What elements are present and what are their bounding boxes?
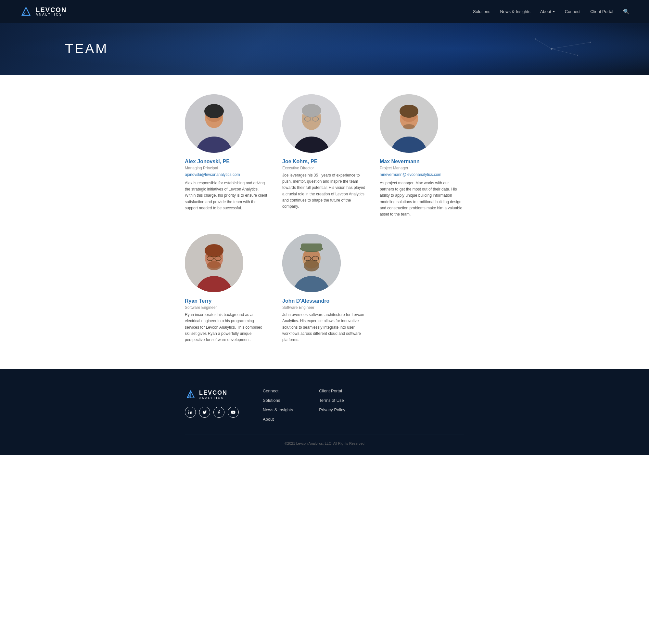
footer-link-about[interactable]: About <box>263 417 293 421</box>
member-email-alex[interactable]: ajonovski@levconanalytics.com <box>185 172 269 177</box>
logo[interactable]: LEVCON ANALYTICS <box>19 5 67 18</box>
search-button[interactable]: 🔍 <box>623 8 630 15</box>
social-icons <box>185 407 239 418</box>
main-nav: Solutions News & Insights About Connect … <box>473 8 630 15</box>
svg-point-28 <box>207 261 221 270</box>
copyright: ©2021 Levcon Analytics, LLC, All Rights … <box>185 441 464 445</box>
footer: LEVCON ANALYTICS <box>0 369 649 455</box>
logo-text: LEVCON ANALYTICS <box>36 6 67 16</box>
team-member-max: Max Nevermann Project Manager mnevermann… <box>380 94 464 217</box>
team-grid-bottom: Ryan Terry Software Engineer Ryan incorp… <box>185 234 464 343</box>
member-title-joe: Executive Director <box>282 166 367 170</box>
member-bio-john: John oversees software architecture for … <box>282 312 367 343</box>
avatar-ryan <box>185 234 243 292</box>
svg-point-22 <box>403 124 415 129</box>
avatar-max <box>380 94 438 153</box>
svg-point-27 <box>205 244 223 257</box>
footer-logo-icon <box>185 389 197 400</box>
team-section: Alex Jonovski, PE Managing Principal ajo… <box>178 75 471 369</box>
svg-point-14 <box>302 104 321 117</box>
member-title-ryan: Software Engineer <box>185 305 269 310</box>
svg-point-44 <box>188 410 189 411</box>
avatar-alex <box>185 94 243 153</box>
footer-link-privacy[interactable]: Privacy Policy <box>319 407 345 412</box>
footer-bottom: ©2021 Levcon Analytics, LLC, All Rights … <box>185 435 464 445</box>
nav-solutions[interactable]: Solutions <box>473 9 490 14</box>
member-bio-alex: Alex is responsible for establishing and… <box>185 180 269 211</box>
avatar-joe <box>282 94 341 153</box>
youtube-icon[interactable] <box>228 407 239 418</box>
member-title-alex: Managing Principal <box>185 166 269 170</box>
header: LEVCON ANALYTICS Solutions News & Insigh… <box>0 0 649 23</box>
svg-point-37 <box>304 260 319 272</box>
footer-links: Connect Solutions News & Insights About … <box>263 389 345 421</box>
member-email-max[interactable]: mnevermann@levconanalytics.com <box>380 172 464 177</box>
footer-link-client-portal[interactable]: Client Portal <box>319 389 345 393</box>
member-name-ryan: Ryan Terry <box>185 298 269 304</box>
nav-client-portal[interactable]: Client Portal <box>590 9 613 14</box>
member-name-alex: Alex Jonovski, PE <box>185 159 269 164</box>
member-title-max: Project Manager <box>380 166 464 170</box>
member-bio-joe: Joe leverages his 35+ years of experienc… <box>282 172 367 210</box>
nav-connect[interactable]: Connect <box>565 9 580 14</box>
footer-link-connect[interactable]: Connect <box>263 389 293 393</box>
team-member-joe: Joe Kohrs, PE Executive Director Joe lev… <box>282 94 367 217</box>
footer-col-1: Connect Solutions News & Insights About <box>263 389 293 421</box>
footer-link-news[interactable]: News & Insights <box>263 407 293 412</box>
chevron-down-icon <box>553 11 555 12</box>
footer-top: LEVCON ANALYTICS <box>185 389 464 421</box>
svg-point-21 <box>399 105 418 118</box>
svg-rect-36 <box>301 243 322 251</box>
team-member-ryan: Ryan Terry Software Engineer Ryan incorp… <box>185 234 269 343</box>
page-title: TEAM <box>65 41 108 56</box>
svg-point-8 <box>204 104 224 118</box>
member-bio-max: As project manager, Max works with our p… <box>380 180 464 217</box>
footer-logo-text: LEVCON ANALYTICS <box>199 390 227 400</box>
member-name-john: John D'Alessandro <box>282 298 367 304</box>
member-name-max: Max Nevermann <box>380 159 464 164</box>
hero-banner: TEAM <box>0 23 649 75</box>
member-bio-ryan: Ryan incorporates his background as an e… <box>185 312 269 343</box>
footer-logo[interactable]: LEVCON ANALYTICS <box>185 389 227 400</box>
team-member-alex: Alex Jonovski, PE Managing Principal ajo… <box>185 94 269 217</box>
avatar-john <box>282 234 341 292</box>
logo-icon <box>19 5 33 18</box>
twitter-icon[interactable] <box>199 407 210 418</box>
facebook-icon[interactable] <box>213 407 224 418</box>
team-grid-top: Alex Jonovski, PE Managing Principal ajo… <box>185 94 464 217</box>
linkedin-icon[interactable] <box>185 407 196 418</box>
member-title-john: Software Engineer <box>282 305 367 310</box>
team-member-john: John D'Alessandro Software Engineer John… <box>282 234 367 343</box>
member-name-joe: Joe Kohrs, PE <box>282 159 367 164</box>
footer-col-2: Client Portal Terms of Use Privacy Polic… <box>319 389 345 421</box>
footer-link-terms[interactable]: Terms of Use <box>319 398 345 403</box>
nav-about[interactable]: About <box>540 9 555 14</box>
footer-link-solutions[interactable]: Solutions <box>263 398 293 403</box>
footer-logo-area: LEVCON ANALYTICS <box>185 389 243 418</box>
nav-news-insights[interactable]: News & Insights <box>500 9 530 14</box>
